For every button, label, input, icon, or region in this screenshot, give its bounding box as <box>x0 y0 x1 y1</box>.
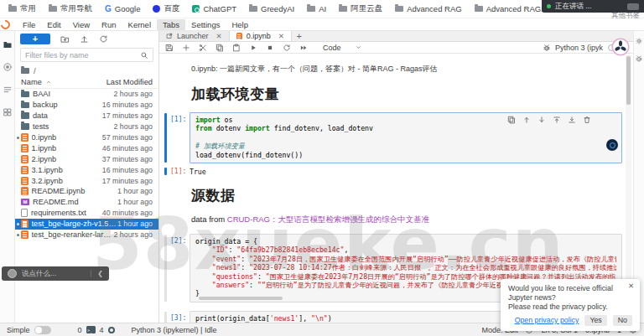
paste-cells-icon[interactable] <box>232 44 241 52</box>
duplicate-cell-icon[interactable] <box>507 116 516 124</box>
close-icon[interactable]: ✕ <box>628 282 634 290</box>
name-column-header[interactable]: Name <box>21 78 42 86</box>
move-down-cell-icon[interactable] <box>538 116 546 124</box>
bookmark-item[interactable]: Advanced RAG <box>395 4 461 13</box>
breadcrumb[interactable]: / <box>15 65 158 77</box>
terminal-icon[interactable] <box>86 326 96 333</box>
kernel-status[interactable]: Python 3 (ipykernel) | Idle <box>132 326 217 334</box>
insert-above-cell-icon[interactable] <box>553 116 561 124</box>
file-modified: 46 minutes ago <box>102 144 153 152</box>
no-button[interactable]: No <box>613 315 632 326</box>
file-row[interactable]: tests2 hours ago <box>15 121 158 132</box>
bookmark-item[interactable]: AI <box>307 4 326 13</box>
markdown-heading-cell[interactable]: 源数据 <box>191 186 621 205</box>
bookmark-item[interactable]: Advanced RAG1 <box>475 4 546 13</box>
new-launcher-button[interactable]: + <box>20 34 50 44</box>
run-cell-icon[interactable] <box>249 44 257 52</box>
right-debugger-icon[interactable] <box>635 54 643 63</box>
file-row[interactable]: requirements.txt40 minutes ago <box>15 208 158 219</box>
sidebar-toc-icon[interactable] <box>3 85 13 95</box>
output-collapser[interactable] <box>164 168 167 175</box>
tab-0-ipynb[interactable]: 0.ipynb✕ <box>230 31 292 41</box>
copy-cells-icon[interactable] <box>216 44 224 52</box>
menu-help[interactable]: Help <box>226 19 254 30</box>
bookmark-item[interactable]: GGoogle <box>105 4 140 13</box>
markdown-intro-cell[interactable]: 0.ipynb: 一篇新闻文章，有一个（问题，答案）对 - 简单RAG - Ra… <box>191 64 621 75</box>
bookmark-item[interactable]: 常用 <box>8 3 36 14</box>
file-filter-input[interactable] <box>25 51 140 59</box>
bookmark-folder-icon <box>339 6 347 12</box>
menu-kernel[interactable]: Kernel <box>122 19 157 30</box>
file-filter-box[interactable] <box>20 48 153 62</box>
modified-column-header[interactable]: Last Modified <box>106 78 153 86</box>
new-tab-button[interactable]: + <box>292 31 307 41</box>
sidebar-running-icon[interactable] <box>3 62 13 72</box>
menu-edit[interactable]: Edit <box>41 19 66 30</box>
danmaku-bar[interactable]: 说点什么... ❮ <box>2 266 109 281</box>
file-row[interactable]: data17 minutes ago <box>15 111 158 121</box>
file-row[interactable]: 0.ipynb57 minutes ago <box>15 132 158 143</box>
file-row[interactable]: test_bge-large-zh-v1.5.ipynb1 hour ago <box>15 219 158 230</box>
close-tab-icon[interactable]: ✕ <box>278 33 284 40</box>
file-row[interactable]: 3.1.ipynb16 minutes ago <box>15 164 158 175</box>
menu-file[interactable]: File <box>17 19 41 30</box>
file-row[interactable]: test_bge-reranker-large.ipynb2 hours ago <box>15 230 158 240</box>
cell-collapser[interactable] <box>164 235 167 302</box>
file-row[interactable]: backup16 minutes ago <box>15 100 158 111</box>
notebook-icon <box>21 155 29 163</box>
kernel-name[interactable]: Python 3 (ipyk <box>555 44 603 52</box>
delete-cell-icon[interactable] <box>583 116 591 124</box>
move-up-cell-icon[interactable] <box>522 116 531 124</box>
simple-mode-toggle[interactable] <box>34 326 51 334</box>
insert-below-cell-icon[interactable] <box>568 116 576 124</box>
code-cell[interactable]: [1]:import osfrom dotenv import find_dot… <box>159 112 633 163</box>
scrollbar-thumb[interactable] <box>626 56 631 105</box>
file-row[interactable]: 3.2.ipynb17 minutes ago <box>15 175 158 186</box>
danmaku-collapse-icon[interactable]: ❮ <box>91 270 103 277</box>
bookmark-item[interactable]: 阿里云盘 <box>339 3 382 14</box>
right-property-inspector-icon[interactable] <box>635 37 643 45</box>
yes-button[interactable]: Yes <box>584 315 606 326</box>
menu-tabs[interactable]: Tabs <box>157 19 185 30</box>
bookmark-item[interactable]: 常用导航 <box>49 3 92 14</box>
sidebar-files-icon[interactable] <box>3 39 13 49</box>
kernel-count-icon[interactable] <box>108 327 115 333</box>
cell-type-dropdown[interactable]: Code <box>323 44 362 52</box>
file-row[interactable]: 2.ipynb37 minutes ago <box>15 153 158 164</box>
bookmark-item[interactable]: 百度 <box>153 3 179 14</box>
restart-kernel-icon[interactable] <box>283 44 291 52</box>
new-folder-icon[interactable] <box>60 34 70 44</box>
file-row[interactable]: README.ipynb1 hour ago <box>15 186 158 197</box>
refresh-icon[interactable] <box>99 34 108 44</box>
markdown-paragraph-cell[interactable]: data from CRUD-RAG：大型语言模型检索增强生成的综合中文基准 <box>191 215 621 225</box>
crud-rag-link[interactable]: CRUD-RAG：大型语言模型检索增强生成的综合中文基准 <box>227 215 429 224</box>
file-row[interactable]: 1.ipynb46 minutes ago <box>15 142 158 153</box>
tab-launcher[interactable]: Launcher✕ <box>159 31 230 41</box>
upload-icon[interactable] <box>80 34 89 44</box>
file-list-header[interactable]: Name Last Modified <box>15 77 158 89</box>
menu-view[interactable]: View <box>67 19 96 30</box>
open-privacy-policy-link[interactable]: Open privacy policy <box>515 316 579 325</box>
insert-cell-icon[interactable] <box>182 44 190 52</box>
debugger-bug-icon[interactable] <box>543 44 551 52</box>
markdown-heading-cell[interactable]: 加载环境变量 <box>191 85 621 104</box>
cell-collapser[interactable] <box>164 113 167 163</box>
stop-kernel-icon[interactable] <box>266 44 274 52</box>
code-editor[interactable]: import osfrom dotenv import find_dotenv,… <box>190 112 622 163</box>
run-all-icon[interactable] <box>299 44 308 52</box>
sidebar-extensions-icon[interactable] <box>3 107 13 117</box>
cut-cells-icon[interactable] <box>199 44 207 52</box>
ai-assistant-button[interactable] <box>606 139 618 151</box>
bookmark-item[interactable]: GreedyAI <box>249 4 294 13</box>
menu-run[interactable]: Run <box>96 19 122 30</box>
bookmark-item[interactable]: ChatGPT <box>192 4 236 13</box>
cell-collapser[interactable] <box>164 312 167 323</box>
save-icon[interactable] <box>165 44 174 52</box>
danmaku-placeholder[interactable]: 说点什么... <box>22 269 56 279</box>
close-tab-icon[interactable]: ✕ <box>216 33 222 40</box>
horizontal-scrollbar-thumb[interactable] <box>199 297 283 300</box>
menu-settings[interactable]: Settings <box>185 19 226 30</box>
file-row[interactable]: README.md1 hour ago <box>15 197 158 208</box>
chatgpt-icon <box>192 5 200 13</box>
file-row[interactable]: BAAI2 hours ago <box>15 89 158 100</box>
